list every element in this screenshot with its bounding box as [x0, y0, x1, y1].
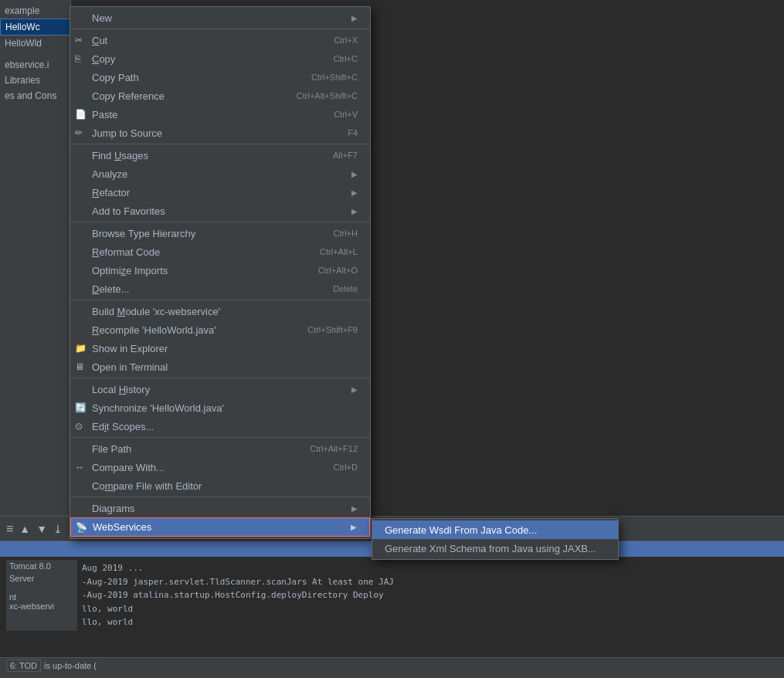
menu-item-copy[interactable]: ⎘ Copy Ctrl+C — [70, 49, 370, 68]
menu-item-cut-label: Cut — [92, 35, 318, 46]
menu-item-show-explorer[interactable]: 📁 Show in Explorer — [70, 339, 370, 358]
xc-label: xc-webservi — [9, 602, 74, 611]
menu-item-new[interactable]: New ▶ — [70, 8, 370, 27]
sidebar-item-hellowld[interactable]: HelloWld — [0, 36, 70, 51]
toolbar-icon-4: ⤓ — [53, 523, 63, 535]
menu-item-copy-label: Copy — [92, 53, 318, 65]
menu-item-build-label: Build Module 'xc-webservice' — [92, 306, 358, 317]
submenu-arrow-webservices: ▶ — [351, 523, 357, 531]
log-line-2: -Aug-2019 jasper.servlet.TldScanner.scan… — [82, 575, 773, 589]
tod-tab[interactable]: 6: TOD — [6, 659, 41, 672]
menu-item-jump-to-source[interactable]: ✏ Jump to Source F4 — [70, 124, 370, 142]
menu-item-open-terminal[interactable]: 🖥 Open in Terminal — [70, 358, 370, 376]
menu-item-jump-label: Jump to Source — [92, 127, 332, 139]
submenu-item-generate-wsdl[interactable]: Generate Wsdl From Java Code... — [372, 520, 618, 539]
log-content: Tomcat 8.0 Server nt xc-webservi Aug 201… — [0, 557, 784, 657]
submenu-arrow-history: ▶ — [351, 385, 358, 394]
menu-item-copy-reference[interactable]: Copy Reference Ctrl+Alt+Shift+C — [70, 86, 370, 105]
menu-item-show-explorer-label: Show in Explorer — [92, 343, 358, 354]
sidebar-item-es-cons[interactable]: es and Cons — [0, 88, 70, 103]
menu-item-recompile[interactable]: Recompile 'HelloWorld.java' Ctrl+Shift+F… — [70, 320, 370, 339]
menu-item-optimize-label: Optimize Imports — [92, 265, 303, 276]
menu-item-diagrams-label: Diagrams — [92, 503, 345, 514]
submenu-arrow-refactor: ▶ — [351, 188, 358, 197]
menu-item-optimize-imports[interactable]: Optimize Imports Ctrl+Alt+O — [70, 261, 370, 280]
cut-icon: ✂ — [75, 35, 83, 46]
optimize-shortcut: Ctrl+Alt+O — [318, 266, 358, 275]
copy-icon: ⎘ — [75, 53, 80, 64]
menu-item-sync-label: Synchronize 'HelloWorld.java' — [92, 402, 358, 414]
menu-item-copy-reference-label: Copy Reference — [92, 90, 281, 102]
filepath-shortcut: Ctrl+Alt+F12 — [310, 444, 358, 453]
menu-item-build-module[interactable]: Build Module 'xc-webservice' — [70, 302, 370, 320]
toolbar-icon-2: ▲ — [19, 523, 30, 535]
tomcat-label: Tomcat 8.0 — [9, 561, 74, 571]
delete-shortcut: Delete — [333, 284, 358, 293]
toolbar-icon-1: ≡ — [6, 522, 13, 536]
menu-item-compare-label: Compare With... — [92, 462, 318, 473]
submenu-arrow-analyze: ▶ — [351, 170, 358, 178]
up-to-date: is up-to-date ( — [44, 661, 97, 670]
log-line-4: llo, world — [82, 602, 773, 616]
menu-item-add-favorites[interactable]: Add to Favorites ▶ — [70, 202, 370, 220]
menu-item-terminal-label: Open in Terminal — [92, 361, 358, 373]
submenu-arrow-new: ▶ — [351, 14, 358, 22]
log-area: Tomcat 8.0 Server nt xc-webservi Aug 201… — [6, 560, 778, 631]
find-shortcut: Alt+F7 — [333, 151, 358, 160]
paste-icon: 📄 — [75, 109, 87, 120]
menu-item-delete-label: Delete... — [92, 283, 317, 295]
menu-item-find-usages[interactable]: Find Usages Alt+F7 — [70, 146, 370, 164]
menu-item-reformat[interactable]: Reformat Code Ctrl+Alt+L — [70, 242, 370, 261]
recompile-shortcut: Ctrl+Shift+F9 — [307, 325, 358, 334]
compare-icon: ↔ — [75, 462, 84, 473]
sidebar-item-libraries[interactable]: Libraries — [0, 73, 70, 88]
menu-item-compare-editor-label: Compare File with Editor — [92, 480, 358, 492]
menu-item-history-label: Local History — [92, 384, 345, 395]
menu-item-compare-editor[interactable]: Compare File with Editor — [70, 476, 370, 495]
separator-1 — [70, 29, 370, 29]
menu-item-paste[interactable]: 📄 Paste Ctrl+V — [70, 105, 370, 124]
menu-item-delete[interactable]: Delete... Delete — [70, 280, 370, 298]
menu-item-local-history[interactable]: Local History ▶ — [70, 380, 370, 398]
copy-reference-shortcut: Ctrl+Alt+Shift+C — [297, 91, 358, 100]
menu-item-analyze[interactable]: Analyze ▶ — [70, 164, 370, 183]
nt-label: nt — [9, 592, 74, 602]
log-line-5: llo, world — [82, 615, 773, 629]
menu-item-refactor[interactable]: Refactor ▶ — [70, 183, 370, 202]
terminal-icon: 🖥 — [75, 361, 84, 372]
menu-item-refactor-label: Refactor — [92, 187, 345, 198]
menu-item-file-path[interactable]: File Path Ctrl+Alt+F12 — [70, 439, 370, 458]
compare-shortcut: Ctrl+D — [334, 463, 358, 472]
log-lines: Aug 2019 ... -Aug-2019 jasper.servlet.Tl… — [77, 560, 778, 631]
sidebar-item-example[interactable]: example — [0, 3, 70, 19]
sidebar-item-hellowc[interactable]: HelloWc — [0, 19, 70, 36]
menu-item-analyze-label: Analyze — [92, 168, 345, 180]
menu-item-synchronize[interactable]: 🔄 Synchronize 'HelloWorld.java' — [70, 398, 370, 417]
jump-icon: ✏ — [75, 127, 83, 138]
separator-4 — [70, 300, 370, 300]
sidebar-item-ebservice[interactable]: ebservice.i — [0, 57, 70, 73]
menu-item-compare-with[interactable]: ↔ Compare With... Ctrl+D — [70, 458, 370, 476]
jump-shortcut: F4 — [348, 128, 358, 137]
status-bar: 6: TOD is up-to-date ( — [0, 657, 784, 673]
reformat-shortcut: Ctrl+Alt+L — [320, 247, 358, 256]
log-line-3: -Aug-2019 atalina.startup.HostConfig.dep… — [82, 588, 773, 602]
server-tab[interactable]: Server — [9, 574, 74, 583]
menu-item-hierarchy-label: Browse Type Hierarchy — [92, 228, 318, 239]
webservices-icon: 📡 — [76, 522, 87, 533]
generate-wsdl-label: Generate Wsdl From Java Code... — [385, 524, 606, 536]
menu-item-copy-path[interactable]: Copy Path Ctrl+Shift+C — [70, 68, 370, 86]
submenu-item-generate-xml[interactable]: Generate Xml Schema from Java using JAXB… — [372, 539, 618, 558]
separator-7 — [70, 497, 370, 497]
menu-item-edit-scopes[interactable]: ⊙ Edit Scopes... — [70, 417, 370, 436]
menu-item-diagrams[interactable]: Diagrams ▶ — [70, 499, 370, 517]
menu-item-browse-hierarchy[interactable]: Browse Type Hierarchy Ctrl+H — [70, 224, 370, 242]
copy-path-shortcut: Ctrl+Shift+C — [311, 73, 358, 82]
menu-item-filepath-label: File Path — [92, 443, 294, 455]
menu-item-new-label: New — [92, 12, 345, 24]
menu-item-cut[interactable]: ✂ Cut Ctrl+X — [70, 31, 370, 49]
webservices-submenu: Generate Wsdl From Java Code... Generate… — [372, 518, 619, 560]
menu-item-paste-label: Paste — [92, 109, 318, 120]
separator-5 — [70, 378, 370, 378]
menu-item-webservices[interactable]: 📡 WebServices ▶ — [70, 517, 370, 537]
